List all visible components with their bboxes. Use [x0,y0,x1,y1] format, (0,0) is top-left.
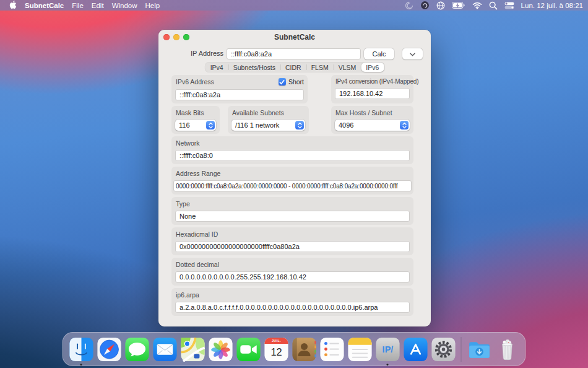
popup-chevrons-icon [206,121,215,129]
reminders-icon[interactable] [319,337,344,362]
network-group: Network ::ffff:c0a8:0 [171,136,413,164]
ipv6-address-group: IPv6 Address Short ::ffff:c0a8:a2a [171,75,308,103]
address-range-field[interactable]: 0000:0000:ffff:c0a8:0a2a:0000:0000:0000 … [173,180,412,191]
window-title: SubnetCalc [274,33,315,42]
ip-address-label: IP Address [158,50,223,57]
photos-icon[interactable] [208,337,233,362]
dock: JUIL.12 IP/ [63,332,526,366]
tab-cidr[interactable]: CIDR [280,63,306,72]
minimize-button[interactable] [173,34,179,40]
address-range-label: Address Range [176,170,410,177]
type-field[interactable]: None [175,211,410,222]
max-hosts-label: Max Hosts / Subnet [335,109,410,116]
ip6-arpa-field[interactable]: a.2.a.0.8.a.0.c.f.f.f.f.0.0.0.0.0.0.0.0.… [175,302,410,313]
menu-help[interactable]: Help [145,2,160,9]
menu-window[interactable]: Window [112,2,137,9]
max-hosts-group: Max Hosts / Subnet 4096 [331,106,413,134]
safari-icon[interactable] [97,337,121,362]
available-subnets-popup[interactable]: /116 1 network [231,120,305,131]
subnetcalc-window: SubnetCalc IP Address ::ffff:c0a8:a2a Ca… [158,30,431,326]
ipv6-address-label: IPv6 Address [176,78,214,85]
mask-bits-group: Mask Bits 116 [171,106,220,134]
creative-cloud-icon[interactable] [420,1,430,10]
finder-icon[interactable] [69,337,93,362]
popup-chevrons-icon [295,121,304,129]
ipv4-mapped-group: IPv4 conversion (IPv4-Mapped) 192.168.10… [331,75,413,103]
short-checkbox[interactable]: Short [279,78,304,85]
maps-icon[interactable] [180,337,205,362]
ip6-arpa-label: ip6.arpa [176,291,410,299]
calc-button[interactable]: Calc [364,48,394,59]
mask-bits-popup[interactable]: 116 [175,120,216,131]
messages-icon[interactable] [124,337,149,362]
tab-vlsm[interactable]: VLSM [334,63,361,72]
hex-id-group: Hexadicmal ID 0x00000000000000000000ffff… [171,227,413,255]
max-hosts-popup[interactable]: 4096 [335,120,410,131]
app-store-icon[interactable] [403,337,428,362]
sync-spiral-icon[interactable] [405,1,413,10]
menu-bar-left: SubnetCalc File Edit Window Help [9,0,160,11]
ipv4-mapped-label: IPv4 conversion (IPv4-Mapped) [335,78,410,85]
history-dropdown-button[interactable] [402,48,423,59]
menu-bar: SubnetCalc File Edit Window Help [0,0,588,11]
menu-bar-status-area: Lun. 12 juil. à 08:21 [405,1,583,10]
control-center-icon[interactable] [504,2,514,9]
battery-icon[interactable] [452,2,465,9]
facetime-icon[interactable] [236,337,261,362]
ip-address-input[interactable]: ::ffff:c0a8:a2a [227,48,361,59]
svg-text:JUIL.: JUIL. [271,339,280,343]
system-preferences-icon[interactable] [431,337,456,362]
trash-icon[interactable] [495,337,519,362]
ipv6-panel: IPv6 Address Short ::ffff:c0a8:a2a IPv4 … [171,75,413,318]
hex-id-label: Hexadicmal ID [176,230,410,238]
menu-bar-app-name[interactable]: SubnetCalc [25,2,64,9]
chevron-down-icon [410,50,415,58]
hex-id-field[interactable]: 0x00000000000000000000ffffc0a80a2a [175,241,410,252]
ip-address-row: IP Address ::ffff:c0a8:a2a Calc [158,48,431,59]
subnetcalc-dock-icon[interactable]: IP/ [375,337,400,362]
available-subnets-group: Available Subnets /116 1 network [228,106,309,134]
ipv6-address-field[interactable]: ::ffff:c0a8:a2a [175,89,304,100]
tab-ipv4[interactable]: IPv4 [205,63,228,72]
dock-divider [461,337,462,362]
apple-menu-icon[interactable] [9,0,17,11]
window-controls [163,34,189,40]
mail-icon[interactable] [152,337,177,362]
close-button[interactable] [163,34,170,40]
notes-icon[interactable] [347,337,372,362]
network-field[interactable]: ::ffff:c0a8:0 [175,150,410,161]
dotted-decimal-group: Dotted decimal 0.0.0.0.0.0.0.0.0.0.255.2… [171,258,413,286]
tab-subnets-hosts[interactable]: Subnets/Hosts [228,63,280,72]
svg-text:12: 12 [270,346,282,357]
address-range-group: Address Range 0000:0000:ffff:c0a8:0a2a:0… [171,167,413,195]
menu-edit[interactable]: Edit [92,2,104,9]
desktop-wallpaper: SubnetCalc File Edit Window Help [0,0,588,368]
window-titlebar[interactable]: SubnetCalc [158,30,431,44]
row-address: IPv6 Address Short ::ffff:c0a8:a2a IPv4 … [171,75,413,103]
contacts-icon[interactable] [292,337,316,362]
zoom-button[interactable] [183,34,189,40]
ipv4-mapped-field[interactable]: 192.168.10.42 [335,88,410,99]
menu-file[interactable]: File [72,2,84,9]
mask-bits-label: Mask Bits [176,109,216,116]
popup-chevrons-icon [400,121,409,129]
wifi-icon[interactable] [472,1,482,9]
ip6-arpa-group: ip6.arpa a.2.a.0.8.a.0.c.f.f.f.f.0.0.0.0… [171,288,413,316]
spotlight-search-icon[interactable] [489,1,498,10]
dotted-decimal-label: Dotted decimal [176,261,410,268]
short-checkbox-label: Short [288,78,304,85]
network-label: Network [176,139,410,147]
calendar-icon[interactable]: JUIL.12 [264,337,288,362]
keyboard-globe-icon[interactable] [436,1,445,10]
row-mask: Mask Bits 116 Available Subnets /116 1 n… [171,106,413,134]
available-subnets-label: Available Subnets [232,109,305,116]
checkbox-check-icon [279,78,286,85]
svg-text:IP/: IP/ [382,344,393,354]
tab-ipv6[interactable]: IPv6 [361,63,384,72]
tab-flsm[interactable]: FLSM [306,63,334,72]
menu-bar-clock[interactable]: Lun. 12 juil. à 08:21 [521,2,583,9]
type-group: Type None [171,197,413,225]
type-label: Type [176,200,410,208]
downloads-folder-icon[interactable] [467,337,491,362]
dotted-decimal-field[interactable]: 0.0.0.0.0.0.0.0.0.0.255.255.192.168.10.4… [175,271,410,283]
